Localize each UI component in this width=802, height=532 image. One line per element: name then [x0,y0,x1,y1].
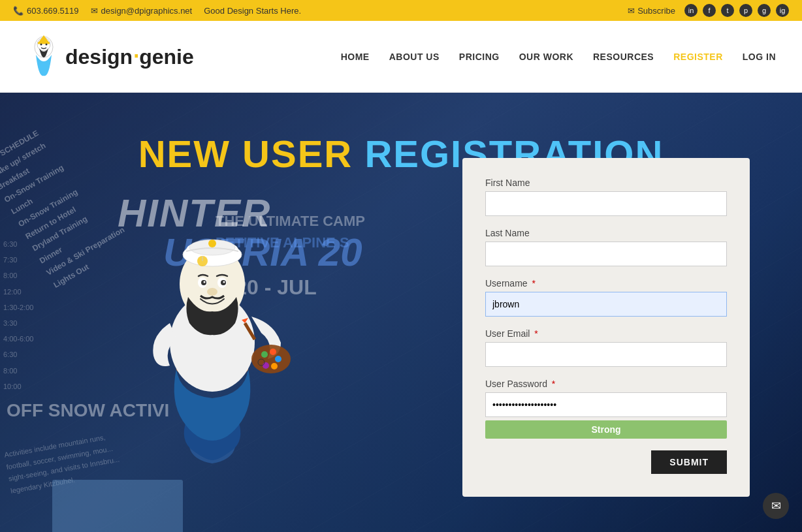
genie-mascot [131,238,294,467]
chat-icon[interactable]: ✉ [763,493,789,519]
first-name-input[interactable] [485,191,727,216]
email-label: User Email * [485,328,727,339]
nav-about[interactable]: ABOUT US [389,52,440,62]
email-input[interactable] [485,342,727,367]
linkedin-icon[interactable]: in [684,4,698,17]
subscribe-link[interactable]: ✉ Subscribe [628,6,675,16]
password-group: User Password * Strong [485,379,727,439]
tagline: Good Design Starts Here. [204,6,301,16]
logo-genie-text: genie [139,45,194,69]
submit-button[interactable]: SUBMIT [651,450,727,474]
nav-pricing[interactable]: PRICING [459,52,500,62]
nav-our-work[interactable]: OUR WORK [519,52,573,62]
logo-mascot [26,35,62,78]
email-required: * [534,328,537,339]
logo-dot: ‧ [133,45,139,69]
password-label: User Password * [485,379,727,389]
nav-register[interactable]: REGISTER [673,52,723,62]
pinterest-icon[interactable]: p [739,4,752,17]
twitter-icon[interactable]: t [721,4,734,17]
password-required: * [552,379,555,389]
hero-section: AMP SCHEDULE Wake up/ stretch Breakfast … [0,93,802,532]
topbar-right: ✉ Subscribe in f t p g ig [628,4,789,17]
svg-point-4 [40,44,42,46]
phone-info: 📞 603.669.5119 [13,6,79,16]
svg-point-14 [258,359,265,366]
facebook-icon[interactable]: f [703,4,716,17]
password-strength-bar: Strong [485,420,727,439]
strength-label: Strong [591,424,620,435]
email-address[interactable]: design@dpigraphics.net [101,6,193,16]
phone-icon: 📞 [13,6,24,16]
topbar-left: 📞 603.669.5119 ✉ design@dpigraphics.net … [13,6,301,16]
username-label: Username * [485,278,727,289]
reg-form-element: First Name Last Name Username * Us [485,178,727,474]
svg-point-11 [275,356,281,362]
mail-icon: ✉ [628,6,635,16]
nav-home[interactable]: HOME [341,52,370,62]
svg-point-10 [270,349,276,355]
svg-point-30 [207,288,217,296]
registration-form: First Name Last Name Username * Us [462,158,750,497]
last-name-input[interactable] [485,242,727,266]
svg-point-21 [208,240,216,247]
header: design‧genie HOME ABOUT US PRICING OUR W… [0,21,802,93]
ski-photo [52,480,183,532]
email-info: ✉ design@dpigraphics.net [91,6,193,16]
last-name-group: Last Name [485,228,727,266]
last-name-label: Last Name [485,228,727,238]
svg-point-12 [271,363,278,369]
logo-wordmark: design‧genie [65,46,194,67]
googleplus-icon[interactable]: g [758,4,771,17]
nav-login[interactable]: LOG IN [743,52,776,62]
svg-point-9 [261,351,268,358]
schedule-times: 6:307:308:0012:001:30-2:003:304:00-6:006… [3,236,33,394]
instagram-icon[interactable]: ig [776,4,789,17]
username-required: * [532,278,535,289]
email-group: User Email * [485,328,727,367]
topbar: 📞 603.669.5119 ✉ design@dpigraphics.net … [0,0,802,21]
svg-point-5 [46,44,48,46]
username-group: Username * [485,278,727,317]
phone-number: 603.669.5119 [27,6,79,16]
logo-design: design [65,45,133,69]
first-name-group: First Name [485,178,727,216]
email-icon: ✉ [91,6,98,16]
svg-point-29 [223,281,225,283]
username-input[interactable] [485,292,727,317]
svg-point-8 [251,345,291,373]
first-name-label: First Name [485,178,727,188]
logo[interactable]: design‧genie [26,35,194,78]
nav-resources[interactable]: RESOURCES [593,52,654,62]
main-nav: HOME ABOUT US PRICING OUR WORK RESOURCES… [341,52,776,62]
title-new-user: NEW USER [138,133,365,175]
password-input[interactable] [485,392,727,417]
svg-point-28 [204,281,206,283]
